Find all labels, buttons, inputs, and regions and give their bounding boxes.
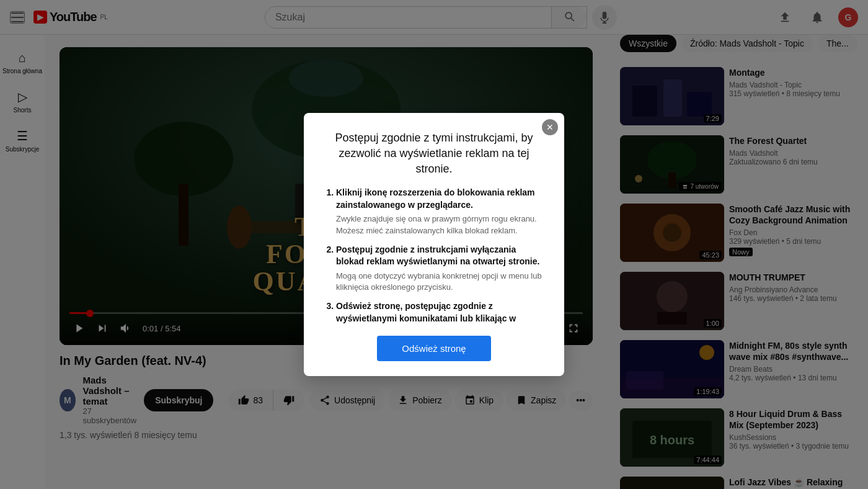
refresh-page-button[interactable]: Odśwież stronę [377,336,490,361]
modal-step-2: Postępuj zgodnie z instrukcjami wyłączan… [336,244,544,294]
modal-step-3: Odśwież stronę, postępując zgodnie z wyś… [336,300,544,323]
modal-content: Kliknij ikonę rozszerzenia do blokowania… [324,187,544,323]
modal-steps-list: Kliknij ikonę rozszerzenia do blokowania… [324,187,544,323]
modal-step-1: Kliknij ikonę rozszerzenia do blokowania… [336,187,544,236]
modal-overlay[interactable]: ✕ Postępuj zgodnie z tymi instrukcjami, … [0,0,868,489]
adblock-modal: ✕ Postępuj zgodnie z tymi instrukcjami, … [304,113,564,377]
modal-close-button[interactable]: ✕ [542,119,558,135]
modal-title: Postępuj zgodnie z tymi instrukcjami, by… [324,130,544,177]
modal-button-row: Odśwież stronę [324,336,544,361]
